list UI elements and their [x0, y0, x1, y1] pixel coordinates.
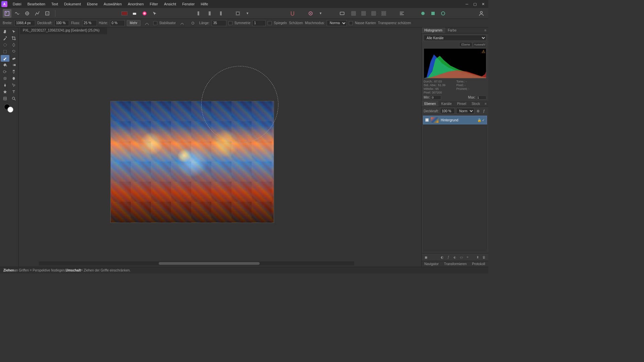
window-close-button[interactable]: ✕: [479, 1, 487, 7]
persona-develop-button[interactable]: [23, 9, 32, 18]
menu-bearbeiten[interactable]: Bearbeiten: [25, 1, 48, 7]
color-wheel-button[interactable]: [140, 9, 149, 18]
stabilizer-checkbox[interactable]: [153, 21, 157, 25]
tab-stock[interactable]: Stock: [469, 101, 483, 107]
menu-text[interactable]: Text: [49, 1, 61, 7]
layer-live-button[interactable]: ⬖: [452, 254, 458, 260]
move-tool[interactable]: [9, 28, 18, 35]
arrange-1-button[interactable]: [349, 9, 358, 18]
histogram-scope-ebene[interactable]: Ebene: [459, 42, 472, 47]
erase-brush-tool[interactable]: [9, 55, 18, 62]
layer-mask-button[interactable]: ◼: [423, 254, 429, 260]
healing-tool[interactable]: [1, 75, 9, 82]
symmetry-input[interactable]: [252, 20, 266, 26]
layers-panel-menu-icon[interactable]: ≡: [483, 101, 488, 107]
grid-right-button[interactable]: [215, 9, 224, 18]
document-tab[interactable]: PXL_20230127_135623241.jpg [Geändert] (2…: [20, 27, 107, 34]
tab-ebenen[interactable]: Ebenen: [422, 101, 438, 107]
menu-fenster[interactable]: Fenster: [179, 1, 197, 7]
tab-kanaele[interactable]: Kanäle: [438, 101, 454, 107]
tab-farbe[interactable]: Farbe: [445, 27, 459, 33]
shape-tool[interactable]: [1, 88, 9, 95]
layer-fx-icon[interactable]: ƒ: [482, 108, 486, 114]
layer-merge-button[interactable]: ⬍: [475, 254, 481, 260]
mesh-warp-tool[interactable]: [1, 95, 9, 102]
arrange-4-button[interactable]: [379, 9, 388, 18]
window-maximize-button[interactable]: ▢: [471, 1, 479, 7]
assistant-dropdown[interactable]: ▾: [316, 9, 325, 18]
histogram-scope-auswahl[interactable]: Auswahl: [473, 42, 486, 47]
stock-2-button[interactable]: [429, 9, 437, 18]
menu-auswaehlen[interactable]: Auswählen: [101, 1, 124, 7]
node-tool[interactable]: [9, 82, 18, 88]
layer-row-background[interactable]: Hintergrund 🔒 ✓: [423, 116, 487, 124]
dodge-tool[interactable]: [1, 68, 9, 75]
menu-ebene[interactable]: Ebene: [84, 1, 100, 7]
menu-datei[interactable]: Datei: [10, 1, 24, 7]
color-swatches[interactable]: [1, 103, 18, 115]
stabilizer-mode1-icon[interactable]: [178, 19, 186, 27]
stock-3-button[interactable]: [439, 9, 447, 18]
fill-tool[interactable]: [1, 62, 9, 68]
layer-adjust-button[interactable]: ◐: [439, 254, 445, 260]
hardness-input[interactable]: [110, 20, 125, 26]
tab-transformieren[interactable]: Transformieren: [441, 261, 469, 267]
account-button[interactable]: [477, 9, 486, 18]
menu-dokument[interactable]: Dokument: [61, 1, 84, 7]
tab-histogram[interactable]: Histogramm: [422, 27, 445, 33]
preview-button[interactable]: [338, 9, 346, 18]
assistant-button[interactable]: [306, 9, 315, 18]
grid-left-button[interactable]: [195, 9, 204, 18]
align-button[interactable]: [397, 9, 406, 18]
hand-tool[interactable]: [1, 28, 9, 35]
layer-blend-select[interactable]: Normal: [456, 108, 474, 114]
histogram-min-input[interactable]: [431, 96, 441, 100]
arrange-2-button[interactable]: [359, 9, 368, 18]
auto-select-button[interactable]: [150, 9, 159, 18]
foreground-color-swatch[interactable]: [7, 107, 13, 113]
window-minimize-button[interactable]: ─: [463, 1, 471, 7]
histogram-max-input[interactable]: [476, 96, 486, 100]
arrange-3-button[interactable]: [369, 9, 378, 18]
tab-protokoll[interactable]: Protokoll: [469, 261, 488, 267]
menu-hilfe[interactable]: Hilfe: [198, 1, 211, 7]
layer-check-icon[interactable]: ✓: [482, 118, 485, 122]
symmetry-checkbox[interactable]: [228, 21, 232, 25]
menu-anordnen[interactable]: Anordnen: [125, 1, 147, 7]
persona-liquify-button[interactable]: [13, 9, 21, 18]
stock-1-button[interactable]: [419, 9, 427, 18]
quickmask-button[interactable]: [233, 9, 242, 18]
opacity-input[interactable]: [54, 20, 69, 26]
layer-group-button[interactable]: ▭: [458, 254, 464, 260]
layer-visibility-checkbox[interactable]: [425, 118, 429, 122]
canvas-viewport[interactable]: [20, 34, 420, 261]
layer-settings-icon[interactable]: ⚙: [476, 108, 480, 114]
width-input[interactable]: [14, 20, 35, 26]
crop-tool[interactable]: [9, 35, 18, 42]
persona-export-button[interactable]: [43, 9, 52, 18]
paint-brush-tool[interactable]: [1, 55, 9, 62]
pen-tool[interactable]: [1, 82, 9, 88]
menu-ansicht[interactable]: Ansicht: [161, 1, 179, 7]
flood-select-tool[interactable]: [9, 42, 18, 48]
histogram-channel-select[interactable]: Alle Kanäle: [424, 35, 486, 41]
layer-lock-icon[interactable]: 🔒: [477, 118, 481, 122]
marquee-tool[interactable]: [1, 48, 9, 55]
foreground-color-well[interactable]: [120, 9, 129, 18]
length-input[interactable]: [212, 20, 226, 26]
text-tool[interactable]: [9, 88, 18, 95]
panel-menu-icon[interactable]: ≡: [482, 27, 488, 33]
tab-pinsel[interactable]: Pinsel: [454, 101, 469, 107]
eraser-toggle-button[interactable]: [130, 9, 139, 18]
more-button[interactable]: Mehr: [127, 20, 141, 26]
zoom-tool[interactable]: [9, 95, 18, 102]
horizontal-scrollbar[interactable]: [39, 261, 354, 265]
snap-button[interactable]: [288, 9, 297, 18]
layer-add-button[interactable]: ＋: [465, 254, 471, 260]
clone-tool[interactable]: [9, 68, 18, 75]
grid-center-button[interactable]: [205, 9, 214, 18]
mirror-checkbox[interactable]: [268, 21, 272, 25]
blendmode-select[interactable]: Normal: [327, 20, 347, 26]
flow-input[interactable]: [82, 20, 97, 26]
tab-navigator[interactable]: Navigator: [422, 261, 441, 267]
